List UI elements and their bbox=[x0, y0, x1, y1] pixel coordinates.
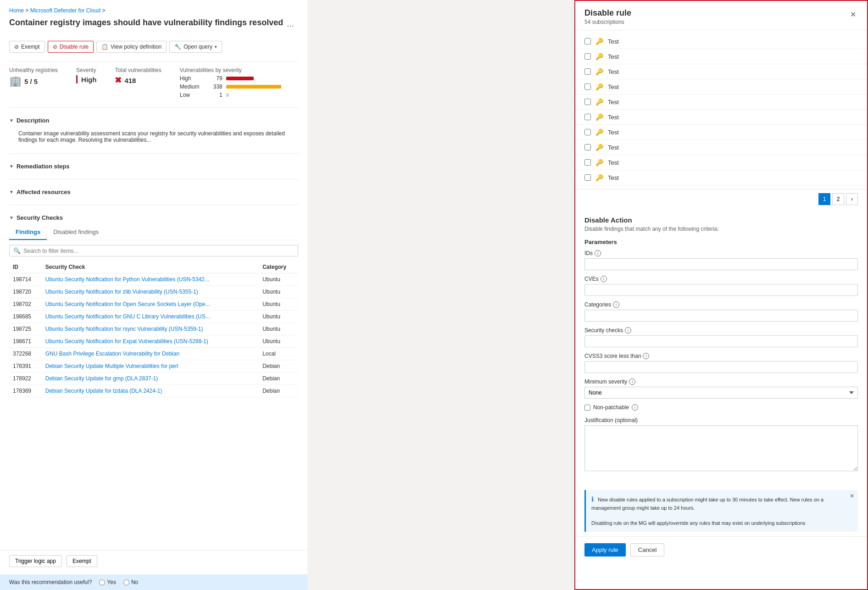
close-info-button[interactable]: ✕ bbox=[850, 493, 854, 499]
key-icon: 🔑 bbox=[595, 38, 603, 45]
table-row[interactable]: 178922 Debian Security Update for gmp (D… bbox=[9, 373, 298, 385]
next-page-button[interactable]: › bbox=[846, 193, 858, 205]
more-options-icon[interactable]: ⋯ bbox=[287, 22, 294, 30]
table-row[interactable]: 178391 Debian Security Update Multiple V… bbox=[9, 360, 298, 373]
no-label[interactable]: No bbox=[123, 579, 138, 585]
tab-findings[interactable]: Findings bbox=[9, 225, 47, 240]
subscription-item[interactable]: 🔑 Test bbox=[575, 64, 867, 79]
page-1-button[interactable]: 1 bbox=[818, 193, 830, 205]
table-row[interactable]: 198720 Ubuntu Security Notification for … bbox=[9, 286, 298, 298]
severity-bar bbox=[76, 75, 78, 83]
panel-close-button[interactable]: ✕ bbox=[848, 8, 858, 21]
subscription-name: Test bbox=[608, 114, 619, 121]
tab-disabled-findings[interactable]: Disabled findings bbox=[47, 225, 105, 240]
table-row[interactable]: 198725 Ubuntu Security Notification for … bbox=[9, 323, 298, 335]
exempt-button[interactable]: ⊘ Exempt bbox=[9, 41, 45, 53]
subscription-name: Test bbox=[608, 99, 619, 106]
breadcrumb-product[interactable]: Microsoft Defender for Cloud bbox=[30, 7, 100, 14]
disable-rule-button[interactable]: ⊘ Disable rule bbox=[48, 41, 94, 53]
exempt-bottom-button[interactable]: Exempt bbox=[67, 555, 97, 567]
subscription-item[interactable]: 🔑 Test bbox=[575, 95, 867, 110]
table-row[interactable]: 372268 GNU Bash Privilege Escalation Vul… bbox=[9, 348, 298, 360]
action-subtitle: Disable findings that match any of the f… bbox=[584, 226, 858, 232]
min-severity-info-icon[interactable]: i bbox=[629, 378, 635, 385]
description-content: Container image vulnerability assessment… bbox=[9, 128, 298, 148]
table-row[interactable]: 198685 Ubuntu Security Notification for … bbox=[9, 311, 298, 323]
description-section-header[interactable]: ▼ Description bbox=[9, 113, 298, 128]
subscription-checkbox[interactable] bbox=[584, 144, 591, 150]
subscription-item[interactable]: 🔑 Test bbox=[575, 170, 867, 185]
page-2-button[interactable]: 2 bbox=[832, 193, 844, 205]
subscription-name: Test bbox=[608, 68, 619, 75]
security-checks-input[interactable] bbox=[584, 335, 858, 347]
findings-table: ID Security Check Category 198714 Ubuntu… bbox=[9, 261, 298, 397]
view-policy-button[interactable]: 📋 View policy definition bbox=[96, 41, 167, 53]
cves-info-icon[interactable]: i bbox=[601, 276, 607, 282]
justification-textarea[interactable] bbox=[584, 425, 858, 471]
subscription-checkbox[interactable] bbox=[584, 53, 591, 60]
subscription-checkbox[interactable] bbox=[584, 99, 591, 105]
apply-rule-button[interactable]: Apply rule bbox=[584, 543, 626, 557]
unhealthy-registries-metric: Unhealthy registries 🏢 5 / 5 bbox=[9, 67, 58, 87]
table-row[interactable]: 198714 Ubuntu Security Notification for … bbox=[9, 273, 298, 286]
subscription-checkbox[interactable] bbox=[584, 129, 591, 135]
search-box: 🔍 bbox=[9, 245, 298, 256]
error-icon: ✖ bbox=[115, 75, 122, 85]
cvss3-field-group: CVSS3 score less than i bbox=[584, 353, 858, 373]
cancel-button[interactable]: Cancel bbox=[630, 543, 664, 557]
breadcrumb-home[interactable]: Home bbox=[9, 7, 24, 14]
subscription-item[interactable]: 🔑 Test bbox=[575, 79, 867, 95]
remediation-section-header[interactable]: ▼ Remediation steps bbox=[9, 159, 298, 173]
subscription-checkbox[interactable] bbox=[584, 83, 591, 90]
table-row[interactable]: 198702 Ubuntu Security Notification for … bbox=[9, 298, 298, 311]
yes-label[interactable]: Yes bbox=[99, 579, 116, 585]
panel-subtitle: 54 subscriptions bbox=[584, 19, 631, 25]
affected-resources-section-header[interactable]: ▼ Affected resources bbox=[9, 185, 298, 199]
table-row[interactable]: 178369 Debian Security Update for tzdata… bbox=[9, 385, 298, 397]
open-query-button[interactable]: 🔧 Open query ▾ bbox=[169, 41, 222, 53]
breadcrumb: Home > Microsoft Defender for Cloud > bbox=[9, 7, 298, 14]
trigger-logic-app-button[interactable]: Trigger logic app bbox=[9, 555, 62, 567]
non-patchable-checkbox[interactable] bbox=[584, 405, 590, 411]
registry-icon: 🏢 bbox=[9, 75, 22, 87]
subscription-checkbox[interactable] bbox=[584, 114, 591, 120]
main-content: Home > Microsoft Defender for Cloud > Co… bbox=[0, 0, 307, 590]
categories-info-icon[interactable]: i bbox=[613, 301, 619, 308]
ids-input[interactable] bbox=[584, 258, 858, 270]
chevron-icon: ▼ bbox=[9, 215, 14, 220]
subscription-checkbox[interactable] bbox=[584, 159, 591, 166]
categories-field-group: Categories i bbox=[584, 301, 858, 322]
security-checks-tabs: Findings Disabled findings bbox=[9, 225, 298, 240]
subscription-name: Test bbox=[608, 159, 619, 166]
subscription-checkbox[interactable] bbox=[584, 38, 591, 45]
subscription-item[interactable]: 🔑 Test bbox=[575, 155, 867, 170]
disable-rule-panel: Disable rule 54 subscriptions ✕ 🔑 Test 🔑… bbox=[574, 0, 868, 590]
yes-radio[interactable] bbox=[99, 579, 105, 585]
cvss3-input[interactable] bbox=[584, 361, 858, 373]
cves-input[interactable] bbox=[584, 284, 858, 296]
subscription-item[interactable]: 🔑 Test bbox=[575, 125, 867, 140]
categories-input[interactable] bbox=[584, 310, 858, 322]
subscription-item[interactable]: 🔑 Test bbox=[575, 49, 867, 64]
security-checks-info-icon[interactable]: i bbox=[625, 327, 631, 334]
table-row[interactable]: 198671 Ubuntu Security Notification for … bbox=[9, 335, 298, 348]
ids-info-icon[interactable]: i bbox=[595, 250, 601, 256]
security-checks-section-header[interactable]: ▼ Security Checks bbox=[9, 211, 298, 225]
chevron-icon: ▼ bbox=[9, 118, 14, 123]
subscription-checkbox[interactable] bbox=[584, 68, 591, 75]
key-icon: 🔑 bbox=[595, 174, 603, 181]
subscription-checkbox[interactable] bbox=[584, 174, 591, 181]
subscription-item[interactable]: 🔑 Test bbox=[575, 34, 867, 49]
subscription-item[interactable]: 🔑 Test bbox=[575, 110, 867, 125]
key-icon: 🔑 bbox=[595, 53, 603, 60]
subscription-item[interactable]: 🔑 Test bbox=[575, 140, 867, 155]
non-patchable-info-icon[interactable]: i bbox=[632, 404, 638, 411]
search-input[interactable] bbox=[23, 248, 294, 254]
bottom-bar: Trigger logic app Exempt bbox=[0, 550, 307, 572]
cvss3-info-icon[interactable]: i bbox=[643, 353, 649, 359]
subscription-name: Test bbox=[608, 144, 619, 151]
search-icon: 🔍 bbox=[13, 247, 21, 254]
min-severity-select[interactable]: NoneLowMediumHighCritical bbox=[584, 387, 858, 399]
subscription-name: Test bbox=[608, 38, 619, 45]
no-radio[interactable] bbox=[123, 579, 129, 585]
